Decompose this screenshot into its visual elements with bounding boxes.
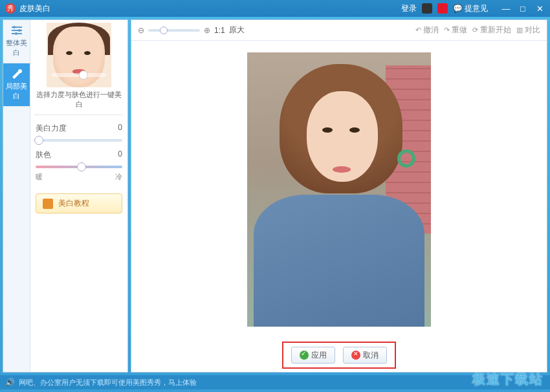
redo-icon: ↷ — [444, 26, 450, 34]
divider — [36, 114, 122, 115]
check-icon — [300, 351, 309, 360]
zoom-thumb[interactable] — [160, 27, 168, 34]
canvas-toolbar: ⊖ ⊕ 1:1 原大 ↶撤消 ↷重做 ⟳重新开始 ▥对比 — [131, 20, 547, 41]
apply-label: 应用 — [311, 350, 327, 361]
preview-thumbnail — [47, 23, 111, 87]
flashlight-icon — [10, 69, 23, 79]
tone-label: 肤色 — [36, 149, 51, 160]
restart-button[interactable]: ⟳重新开始 — [472, 25, 511, 36]
tone-thumb[interactable] — [77, 162, 86, 171]
zoom-in-icon[interactable]: ⊕ — [204, 26, 210, 35]
svg-point-0 — [13, 26, 16, 28]
tab-overall-whitening[interactable]: 整体美白 — [3, 20, 30, 63]
app-icon: 秀 — [5, 3, 16, 14]
titlebar-right: 登录 💬 提意见 — □ ✕ — [401, 3, 545, 14]
tone-slider[interactable] — [36, 166, 122, 168]
svg-point-2 — [15, 32, 17, 35]
main-container: 整体美白 局部美白 选择力度与肤色进行一键美白 — [0, 17, 550, 375]
action-bar: 应用 取消 — [131, 338, 547, 372]
sound-icon[interactable]: 🔊 — [5, 378, 15, 387]
svg-point-3 — [18, 69, 22, 73]
left-tabs: 整体美白 局部美白 — [3, 20, 30, 372]
weibo-icon[interactable] — [437, 3, 448, 14]
instruction-text: 选择力度与肤色进行一键美白 — [36, 90, 122, 109]
tone-value: 0 — [118, 149, 122, 160]
strength-label: 美白力度 — [36, 123, 67, 134]
undo-icon: ↶ — [415, 26, 421, 34]
undo-button[interactable]: ↶撤消 — [415, 25, 439, 36]
cancel-button[interactable]: 取消 — [343, 347, 387, 364]
tab-label: 整体美白 — [6, 39, 27, 56]
book-icon — [43, 199, 53, 209]
zoom-original[interactable]: 原大 — [229, 25, 245, 36]
strength-value: 0 — [118, 123, 122, 134]
redo-button[interactable]: ↷重做 — [444, 25, 467, 36]
preview-slider[interactable] — [52, 73, 106, 77]
titlebar: 秀 皮肤美白 登录 💬 提意见 — □ ✕ — [0, 0, 550, 17]
minimize-icon[interactable]: — — [501, 4, 511, 14]
apply-button[interactable]: 应用 — [291, 347, 335, 364]
tone-warm-label: 暖 — [36, 172, 43, 182]
zoom-out-icon[interactable]: ⊖ — [138, 26, 144, 35]
canvas-viewport[interactable] — [131, 41, 547, 338]
tone-cool-label: 冷 — [115, 172, 122, 182]
zoom-ratio[interactable]: 1:1 — [214, 26, 225, 35]
zoom-slider[interactable] — [148, 29, 200, 32]
tone-slider-block: 肤色 0 暖 冷 — [36, 149, 122, 182]
footer: 🔊 网吧、办公室用户无须下载即可使用美图秀秀，马上体验 — [0, 375, 550, 389]
tab-label: 局部美白 — [6, 82, 27, 100]
compare-button[interactable]: ▥对比 — [516, 25, 540, 36]
login-link[interactable]: 登录 — [401, 3, 417, 14]
left-panel: 整体美白 局部美白 选择力度与肤色进行一键美白 — [3, 19, 128, 373]
compare-icon: ▥ — [516, 26, 523, 34]
footer-message[interactable]: 网吧、办公室用户无须下载即可使用美图秀秀，马上体验 — [19, 378, 197, 387]
tutorial-button[interactable]: 美白教程 — [36, 193, 122, 213]
qq-icon[interactable] — [422, 3, 432, 14]
zoom-controls: ⊖ ⊕ 1:1 原大 — [138, 25, 245, 36]
watermark: 极速下载站 — [472, 371, 544, 388]
strength-slider[interactable] — [36, 139, 122, 142]
strength-thumb[interactable] — [34, 136, 43, 145]
maximize-icon[interactable]: □ — [518, 4, 528, 14]
close-icon[interactable]: ✕ — [534, 4, 545, 14]
tutorial-label: 美白教程 — [58, 198, 89, 209]
x-icon — [351, 351, 360, 360]
left-content: 选择力度与肤色进行一键美白 美白力度 0 肤色 0 — [30, 20, 127, 372]
restart-icon: ⟳ — [472, 26, 478, 34]
action-highlight-box: 应用 取消 — [282, 342, 396, 369]
cancel-label: 取消 — [363, 350, 379, 361]
window-title: 皮肤美白 — [19, 3, 401, 14]
canvas-area: ⊖ ⊕ 1:1 原大 ↶撤消 ↷重做 ⟳重新开始 ▥对比 — [131, 19, 547, 373]
feedback-link[interactable]: 💬 提意见 — [453, 3, 488, 14]
svg-point-1 — [18, 29, 21, 32]
strength-slider-block: 美白力度 0 — [36, 123, 122, 142]
main-photo — [247, 52, 431, 327]
sliders-icon — [10, 25, 23, 36]
tab-local-whitening[interactable]: 局部美白 — [3, 63, 30, 107]
